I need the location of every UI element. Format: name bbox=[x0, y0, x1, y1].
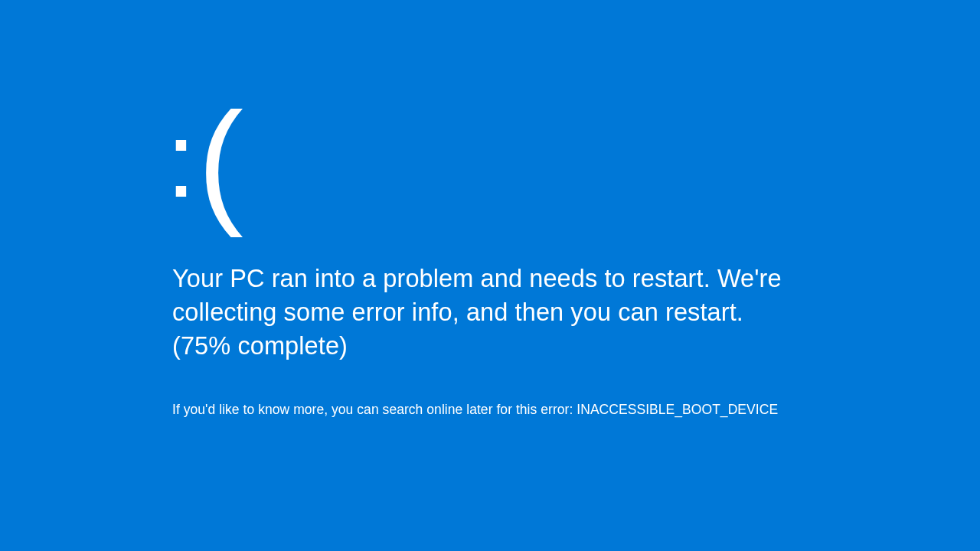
error-info-prefix: If you'd like to know more, you can sear… bbox=[172, 402, 577, 417]
bsod-container: :( Your PC ran into a problem and needs … bbox=[172, 103, 808, 419]
error-message: Your PC ran into a problem and needs to … bbox=[172, 262, 808, 364]
frown-face-icon: :( bbox=[166, 103, 808, 226]
error-info-line: If you'd like to know more, you can sear… bbox=[172, 400, 808, 419]
error-code: INACCESSIBLE_BOOT_DEVICE bbox=[577, 402, 778, 417]
